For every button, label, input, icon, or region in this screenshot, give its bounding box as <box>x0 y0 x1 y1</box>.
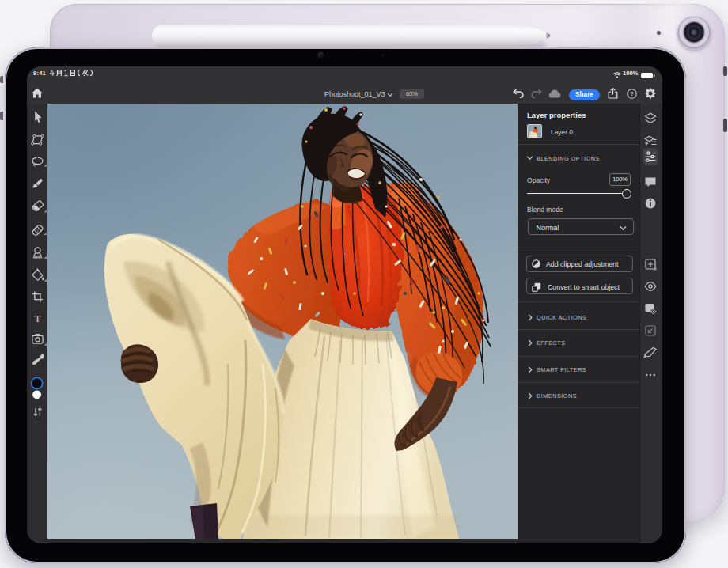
svg-text:T: T <box>34 312 41 324</box>
svg-text:?: ? <box>630 90 634 97</box>
